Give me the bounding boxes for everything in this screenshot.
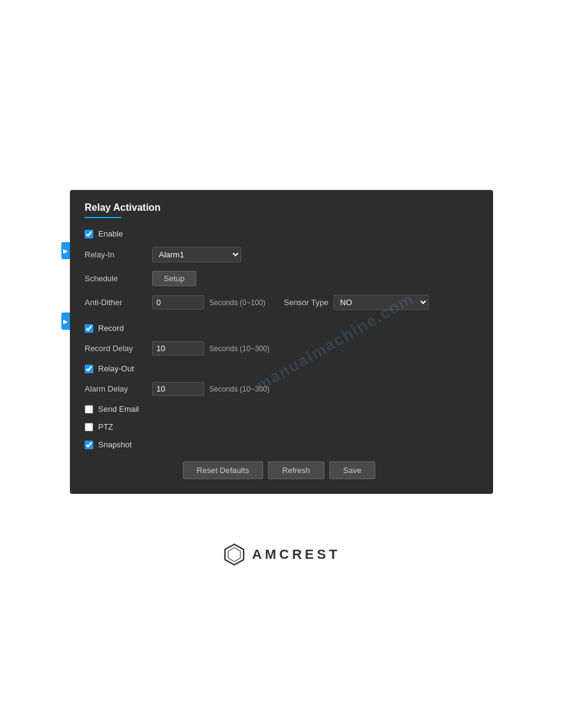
enable-label: Enable xyxy=(98,229,123,238)
enable-checkbox[interactable] xyxy=(85,230,93,238)
schedule-label: Schedule xyxy=(85,274,152,283)
sensor-type-select[interactable]: NO NC xyxy=(334,295,429,310)
button-row: Reset Defaults Refresh Save xyxy=(85,461,478,479)
record-checkbox[interactable] xyxy=(85,324,93,333)
relay-out-label: Relay-Out xyxy=(98,364,134,373)
record-label: Record xyxy=(98,324,124,333)
send-email-checkbox[interactable] xyxy=(85,405,93,414)
footer: AMCREST xyxy=(223,543,340,566)
amcrest-logo-icon xyxy=(223,543,246,566)
relay-in-label: Relay-In xyxy=(85,250,152,259)
ptz-checkbox[interactable] xyxy=(85,423,93,431)
record-delay-input[interactable] xyxy=(152,341,204,355)
enable-row: Enable xyxy=(85,229,478,238)
svg-marker-1 xyxy=(228,548,240,562)
relay-out-row: Relay-Out xyxy=(85,364,478,373)
send-email-label: Send Email xyxy=(98,404,139,414)
relay-in-row: Relay-In Alarm1 Alarm2 Alarm3 Alarm4 xyxy=(85,247,478,262)
record-delay-unit: Seconds (10~300) xyxy=(209,344,269,353)
snapshot-checkbox[interactable] xyxy=(85,441,93,449)
reset-defaults-button[interactable]: Reset Defaults xyxy=(183,461,263,479)
refresh-button[interactable]: Refresh xyxy=(268,461,324,479)
anti-dither-label: Anti-Dither xyxy=(85,298,152,307)
sensor-type-label: Sensor Type xyxy=(284,298,329,307)
relay-in-select[interactable]: Alarm1 Alarm2 Alarm3 Alarm4 xyxy=(152,247,241,262)
alarm-delay-label: Alarm Delay xyxy=(85,384,152,393)
anti-dither-row: Anti-Dither Seconds (0~100) Sensor Type … xyxy=(85,295,478,310)
send-email-row: Send Email xyxy=(85,404,478,414)
relay-activation-panel: manualmachine.com Relay Activation Enabl… xyxy=(70,190,493,494)
snapshot-row: Snapshot xyxy=(85,440,478,449)
record-delay-row: Record Delay Seconds (10~300) xyxy=(85,341,478,355)
setup-button[interactable]: Setup xyxy=(152,271,196,286)
alarm-delay-input[interactable] xyxy=(152,382,204,396)
sensor-type-group: Sensor Type NO NC xyxy=(284,295,429,310)
alarm-delay-row: Alarm Delay Seconds (10~300) xyxy=(85,382,478,396)
anti-dither-input[interactable] xyxy=(152,295,204,309)
record-delay-label: Record Delay xyxy=(85,344,152,353)
schedule-row: Schedule Setup xyxy=(85,271,478,286)
ptz-row: PTZ xyxy=(85,422,478,431)
panel-title: Relay Activation xyxy=(85,202,478,213)
amcrest-logo: AMCREST xyxy=(223,543,340,566)
anti-dither-unit: Seconds (0~100) xyxy=(209,298,266,307)
amcrest-brand-name: AMCREST xyxy=(252,547,340,563)
save-button[interactable]: Save xyxy=(329,461,376,479)
page-wrapper: manualmachine.com Relay Activation Enabl… xyxy=(0,0,563,728)
title-underline xyxy=(85,217,121,218)
sidebar-arrow-top xyxy=(61,242,70,259)
sidebar-arrow-bottom xyxy=(61,313,70,330)
ptz-label: PTZ xyxy=(98,422,113,431)
alarm-delay-unit: Seconds (10~300) xyxy=(209,385,269,393)
snapshot-label: Snapshot xyxy=(98,440,132,449)
relay-out-checkbox[interactable] xyxy=(85,365,93,373)
record-row: Record xyxy=(85,324,478,333)
